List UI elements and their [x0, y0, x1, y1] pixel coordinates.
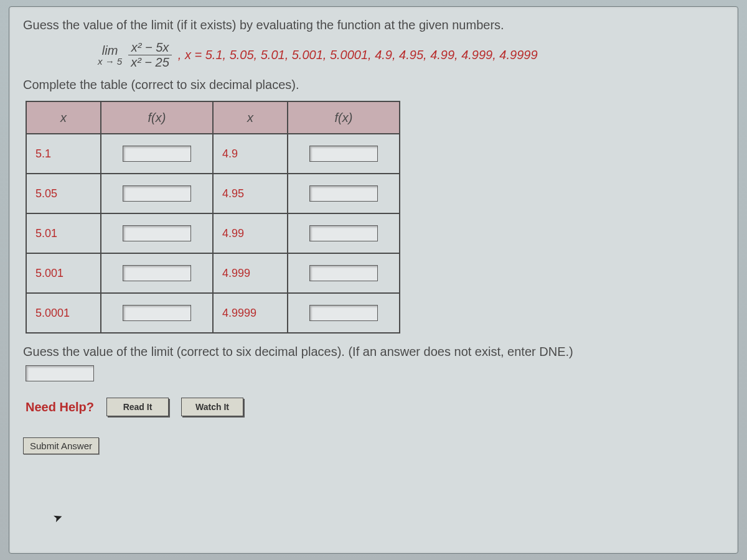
- x-value: 4.99: [213, 213, 288, 253]
- fx-input[interactable]: [309, 265, 378, 281]
- question-prompt: Guess the value of the limit (if it exis…: [23, 18, 724, 32]
- limit-fraction: x² − 5x x² − 25: [128, 41, 172, 69]
- submit-row: Submit Answer: [23, 437, 724, 454]
- x-values-list: , x = 5.1, 5.05, 5.01, 5.001, 5.0001, 4.…: [178, 48, 538, 62]
- fraction-numerator: x² − 5x: [129, 41, 172, 54]
- fx-cell: [101, 253, 213, 293]
- x-value: 4.999: [213, 253, 288, 293]
- fx-cell: [101, 213, 213, 253]
- cursor-icon: ➤: [51, 510, 65, 526]
- fx-input[interactable]: [123, 185, 191, 202]
- fx-input[interactable]: [123, 265, 191, 281]
- fx-cell: [288, 174, 400, 213]
- fx-cell: [288, 213, 400, 253]
- limit-guess-input[interactable]: [26, 365, 94, 381]
- table-row: 5.01 4.99: [26, 213, 400, 253]
- submit-answer-button[interactable]: Submit Answer: [23, 437, 99, 454]
- guess-prompt: Guess the value of the limit (correct to…: [23, 345, 724, 359]
- guess-input-row: [26, 365, 724, 381]
- answer-table: x f(x) x f(x) 5.1 4.9 5.05 4.95: [26, 101, 400, 334]
- x-value: 5.1: [26, 134, 101, 174]
- header-fx-1: f(x): [101, 101, 213, 134]
- fx-input[interactable]: [123, 146, 191, 162]
- fx-input[interactable]: [309, 305, 378, 321]
- complete-table-text: Complete the table (correct to six decim…: [23, 78, 724, 92]
- read-it-button[interactable]: Read It: [106, 398, 169, 416]
- fx-cell: [288, 293, 400, 333]
- x-value: 5.01: [26, 213, 101, 253]
- x-value: 5.0001: [26, 293, 101, 333]
- fx-cell: [101, 174, 213, 213]
- x-value: 5.05: [26, 174, 101, 213]
- fx-cell: [288, 134, 400, 174]
- question-panel: { "question": { "prompt": "Guess the val…: [9, 6, 738, 554]
- fx-input[interactable]: [309, 146, 378, 162]
- need-help-label: Need Help?: [26, 400, 94, 414]
- limit-expression: lim x → 5 x² − 5x x² − 25 , x = 5.1, 5.0…: [98, 41, 724, 69]
- header-fx-2: f(x): [288, 101, 400, 134]
- table-row: 5.05 4.95: [26, 174, 400, 213]
- fraction-denominator: x² − 25: [128, 56, 172, 69]
- x-value: 5.001: [26, 253, 101, 293]
- table-row: 5.1 4.9: [26, 134, 400, 174]
- fx-cell: [288, 253, 400, 293]
- fx-input[interactable]: [123, 225, 191, 241]
- header-x-2: x: [213, 101, 288, 134]
- x-value: 4.95: [213, 174, 288, 213]
- fx-cell: [101, 293, 213, 333]
- help-row: Need Help? Read It Watch It: [26, 398, 724, 416]
- x-value: 4.9: [213, 134, 288, 174]
- fx-input[interactable]: [123, 305, 191, 321]
- fx-input[interactable]: [309, 185, 378, 202]
- table-row: 5.001 4.999: [26, 253, 400, 293]
- watch-it-button[interactable]: Watch It: [181, 398, 243, 416]
- fx-input[interactable]: [309, 225, 378, 241]
- table-row: 5.0001 4.9999: [26, 293, 400, 333]
- x-value: 4.9999: [213, 293, 288, 333]
- limit-operator: lim x → 5: [98, 44, 122, 66]
- header-x-1: x: [26, 101, 101, 134]
- fx-cell: [101, 134, 213, 174]
